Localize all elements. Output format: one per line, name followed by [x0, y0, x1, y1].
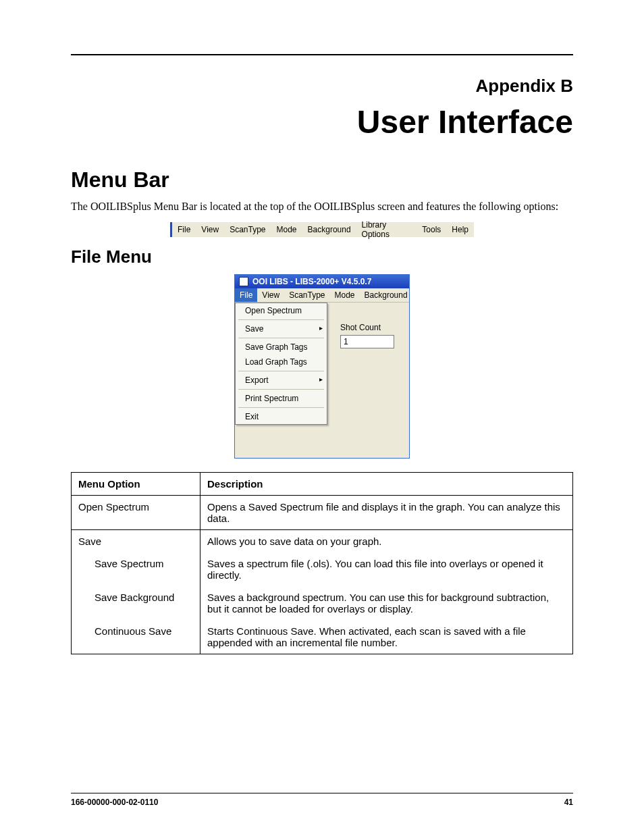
footer-doc-id: 166-00000-000-02-0110: [71, 798, 158, 807]
shot-count-input[interactable]: 1: [340, 335, 394, 348]
td-save-spectrum-desc: Saves a spectrum file (.ols). You can lo…: [200, 552, 573, 586]
menubar-item-tools[interactable]: Tools: [417, 225, 446, 234]
menu-load-graph-tags[interactable]: Load Graph Tags: [236, 355, 327, 369]
td-save-background: Save Background: [72, 586, 200, 620]
td-open-spectrum-desc: Opens a Saved Spectrum file and displays…: [200, 495, 573, 529]
menubar-screenshot: File View ScanType Mode Background Libra…: [170, 222, 474, 237]
menu-open-spectrum[interactable]: Open Spectrum: [236, 303, 327, 318]
menubar-item-file[interactable]: File: [172, 225, 196, 234]
footer-page-number: 41: [564, 798, 573, 807]
menu-export[interactable]: Export: [236, 373, 327, 388]
menubar-item-background[interactable]: Background: [302, 225, 356, 234]
menubar-item-help[interactable]: Help: [446, 225, 474, 234]
menu-save-graph-tags[interactable]: Save Graph Tags: [236, 340, 327, 355]
app-menubar: File View ScanType Mode Background: [235, 288, 409, 303]
th-description: Description: [200, 472, 573, 495]
page: Appendix B User Interface Menu Bar The O…: [0, 0, 644, 834]
app-menubar-mode[interactable]: Mode: [330, 288, 360, 302]
section-menu-bar: Menu Bar: [71, 167, 603, 192]
menubar-item-view[interactable]: View: [196, 225, 224, 234]
td-save-spectrum: Save Spectrum: [72, 552, 200, 586]
app-body: Open Spectrum Save Save Graph Tags Load …: [235, 303, 409, 458]
menubar-item-scantype[interactable]: ScanType: [224, 225, 271, 234]
td-save-background-desc: Saves a background spectrum. You can use…: [200, 586, 573, 620]
th-menu-option: Menu Option: [72, 472, 200, 495]
app-title: OOI LIBS - LIBS-2000+ V4.5.0.7: [252, 277, 371, 286]
menubar-item-mode[interactable]: Mode: [271, 225, 302, 234]
td-save-desc: Allows you to save data on your graph.: [200, 529, 573, 552]
menu-separator: [238, 371, 324, 371]
app-menubar-view[interactable]: View: [257, 288, 284, 302]
app-menubar-background[interactable]: Background: [360, 288, 412, 302]
menu-save[interactable]: Save: [236, 321, 327, 336]
menu-separator: [238, 389, 324, 390]
top-rule: [71, 54, 573, 55]
file-dropdown: Open Spectrum Save Save Graph Tags Load …: [235, 303, 327, 425]
app-screenshot: OOI LIBS - LIBS-2000+ V4.5.0.7 File View…: [234, 274, 410, 459]
app-menubar-scantype[interactable]: ScanType: [284, 288, 329, 302]
shot-count-label: Shot Count: [340, 323, 394, 332]
menu-bar-body: The OOILIBSplus Menu Bar is located at t…: [71, 199, 573, 214]
footer: 166-00000-000-02-0110 41: [41, 793, 603, 807]
menubar-item-library-options[interactable]: Library Options: [356, 220, 417, 239]
td-open-spectrum: Open Spectrum: [72, 495, 200, 529]
page-title: User Interface: [41, 103, 573, 140]
app-menubar-file[interactable]: File: [235, 288, 257, 302]
section-file-menu: File Menu: [71, 246, 603, 267]
menu-separator: [238, 407, 324, 408]
app-titlebar: OOI LIBS - LIBS-2000+ V4.5.0.7: [235, 275, 409, 288]
td-save: Save: [72, 529, 200, 552]
options-table: Menu Option Description Open Spectrum Op…: [71, 472, 573, 654]
app-icon: [239, 277, 248, 286]
side-panel: Shot Count 1: [340, 323, 394, 348]
menu-separator: [238, 319, 324, 320]
menubar: File View ScanType Mode Background Libra…: [170, 222, 474, 237]
menu-exit[interactable]: Exit: [236, 409, 327, 424]
footer-rule: [71, 793, 573, 793]
td-continuous-save: Continuous Save: [72, 620, 200, 654]
menu-print-spectrum[interactable]: Print Spectrum: [236, 391, 327, 406]
appendix-label: Appendix B: [41, 76, 573, 97]
td-continuous-save-desc: Starts Continuous Save. When activated, …: [200, 620, 573, 654]
menu-separator: [238, 338, 324, 338]
